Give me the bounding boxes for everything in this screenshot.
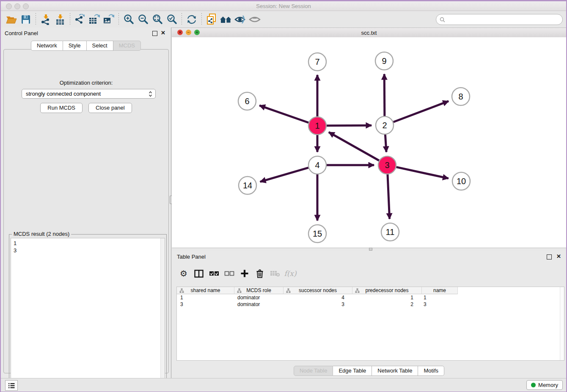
delete-columns-button[interactable] — [252, 267, 267, 280]
toolbar-separator — [201, 13, 202, 26]
tab-motifs[interactable]: Motifs — [418, 366, 444, 376]
control-panel: Control Panel ✕ NetworkStyleSelectMCDS O… — [1, 28, 171, 378]
edge-2-3[interactable] — [385, 135, 386, 152]
toolbar-separator — [36, 13, 36, 26]
node-label-3: 3 — [385, 160, 389, 170]
network-window-bottom-edge — [172, 248, 566, 251]
table-cell[interactable]: 3 — [283, 301, 351, 308]
export-table-button[interactable] — [87, 13, 102, 26]
double-home-icon — [220, 15, 232, 24]
clone-network-button[interactable] — [204, 13, 219, 26]
edge-2-8[interactable] — [394, 101, 449, 122]
destroy-table-button[interactable] — [267, 267, 283, 280]
edge-3-1[interactable] — [329, 132, 379, 160]
open-session-button[interactable] — [4, 13, 19, 26]
apply-layout-button[interactable] — [184, 13, 199, 26]
criterion-dropdown[interactable]: strongly connected component — [22, 89, 156, 99]
table-cell[interactable]: 1 — [420, 294, 456, 301]
close-table-panel-icon[interactable]: ✕ — [556, 253, 561, 259]
tab-edge-table[interactable]: Edge Table — [333, 366, 372, 376]
memory-button[interactable]: Memory — [526, 380, 563, 390]
list-icon — [8, 383, 15, 389]
mcds-result-area[interactable]: 1 3 — [11, 238, 165, 389]
function-builder-button[interactable]: f(x) — [283, 267, 298, 280]
import-network-button[interactable] — [39, 13, 53, 26]
network-window-titlebar[interactable]: ✕ − + scc.txt — [172, 28, 566, 38]
optimization-criterion-label: Optimization criterion: — [4, 80, 168, 86]
column-label: successor nodes — [299, 287, 337, 293]
export-network-button[interactable] — [73, 13, 87, 26]
node-label-4: 4 — [315, 160, 319, 170]
edge-1-6[interactable] — [259, 105, 308, 123]
network-resize-grip[interactable] — [369, 248, 372, 251]
search-input[interactable] — [447, 16, 562, 23]
mcds-result-group: MCDS result (2 nodes) 1 3 — [9, 234, 167, 391]
search-field[interactable] — [436, 14, 563, 25]
import-table-button[interactable] — [53, 13, 67, 26]
column-header-successor-nodes[interactable]: successor nodes — [284, 287, 352, 294]
mcds-panel: Optimization criterion: strongly connect… — [3, 49, 169, 373]
table-cell[interactable]: 2 — [351, 301, 420, 308]
deselect-all-rows-button[interactable] — [222, 267, 237, 280]
node-label-10: 10 — [457, 177, 466, 186]
node-table[interactable]: shared nameMCDS rolesuccessor nodesprede… — [176, 287, 564, 361]
float-panel-icon[interactable] — [152, 31, 157, 36]
node-label-1: 1 — [315, 121, 319, 130]
export-image-button[interactable] — [102, 13, 116, 26]
select-all-rows-button[interactable] — [206, 267, 222, 280]
table-cell[interactable]: 1 — [351, 294, 420, 301]
edge-3-11[interactable] — [388, 174, 390, 219]
create-column-button[interactable] — [237, 267, 252, 280]
save-session-button[interactable] — [19, 13, 33, 26]
table-cell[interactable]: 1 — [177, 294, 234, 301]
run-mcds-button[interactable]: Run MCDS — [40, 103, 83, 113]
float-table-panel-icon[interactable] — [547, 254, 552, 259]
export-image-icon — [103, 14, 115, 25]
criterion-value: strongly connected component — [26, 91, 101, 97]
first-neighbors-button[interactable] — [219, 13, 233, 26]
hide-graphics-details-button[interactable] — [233, 13, 248, 26]
result-scrollbar[interactable] — [160, 238, 165, 389]
table-cell[interactable]: dominator — [234, 301, 283, 308]
tab-node-table[interactable]: Node Table — [294, 366, 333, 376]
close-panel-button[interactable]: Close panel — [88, 103, 132, 113]
edge-2-9[interactable] — [384, 74, 385, 116]
export-network-icon — [74, 14, 85, 25]
zoom-selected-button[interactable] — [165, 13, 179, 26]
tab-style[interactable]: Style — [63, 41, 87, 51]
node-label-15: 15 — [313, 229, 322, 238]
edge-4-14[interactable] — [260, 168, 308, 182]
table-cell[interactable]: 3 — [420, 301, 456, 308]
show-columns-button[interactable] — [191, 267, 206, 280]
column-header-shared-name[interactable]: shared name — [177, 287, 234, 294]
edge-1-2[interactable] — [327, 125, 372, 126]
table-cell[interactable]: dominator — [234, 294, 283, 301]
mcds-result-text: 1 3 — [11, 238, 165, 255]
column-header-predecessor-nodes[interactable]: predecessor nodes — [352, 287, 422, 294]
tab-network[interactable]: Network — [31, 41, 63, 51]
table-cell[interactable]: 4 — [283, 294, 351, 301]
edge-3-10[interactable] — [396, 167, 448, 179]
network-canvas[interactable]: 7968124314101511 — [172, 37, 566, 248]
column-header-MCDS-role[interactable]: MCDS role — [234, 287, 284, 294]
table-row[interactable]: 3dominator323 — [177, 301, 564, 308]
zoom-out-button[interactable] — [136, 13, 150, 26]
table-options-button[interactable]: ⚙ — [176, 267, 191, 280]
show-graphics-details-button[interactable] — [248, 13, 262, 26]
zoom-fit-icon — [152, 14, 163, 25]
table-cell[interactable]: 3 — [177, 301, 234, 308]
zoom-fit-button[interactable] — [150, 13, 165, 26]
open-folder-icon — [6, 15, 17, 24]
node-label-6: 6 — [245, 97, 249, 106]
tab-select[interactable]: Select — [87, 41, 113, 51]
tab-mcds[interactable]: MCDS — [113, 41, 141, 51]
table-scrollbar[interactable] — [560, 287, 564, 360]
close-panel-icon[interactable]: ✕ — [161, 30, 165, 36]
task-history-button[interactable] — [5, 380, 18, 391]
tab-network-table[interactable]: Network Table — [372, 366, 418, 376]
zoom-in-button[interactable] — [121, 13, 136, 26]
column-header-name[interactable]: name — [422, 287, 458, 294]
network-view-window: ✕ − + scc.txt 7968124314101511 — [172, 28, 566, 251]
zoom-out-icon — [138, 14, 149, 25]
table-row[interactable]: 1dominator411 — [177, 294, 564, 301]
